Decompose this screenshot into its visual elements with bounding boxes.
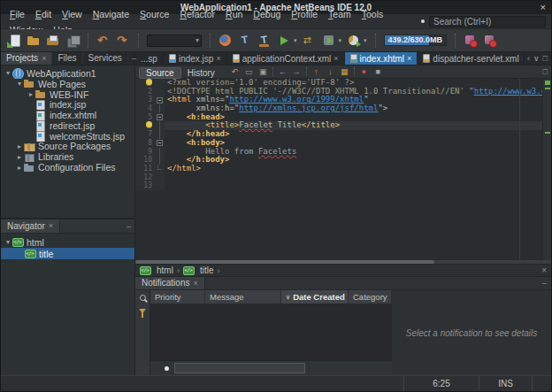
editor-tab-index-jsp[interactable]: index.jsp× <box>164 52 227 65</box>
tab-files[interactable]: Files <box>52 52 82 65</box>
fold-column[interactable] <box>155 139 165 148</box>
set-config-icon[interactable] <box>303 34 317 48</box>
fold-collapse-icon[interactable] <box>157 114 163 120</box>
menu-profile[interactable]: Profile <box>286 7 323 21</box>
caret-down-icon[interactable]: ▾ <box>4 69 12 77</box>
open-project-icon[interactable] <box>46 34 60 48</box>
menu-source[interactable]: Source <box>134 7 174 21</box>
column-header-category[interactable]: Category <box>349 290 392 304</box>
column-header-priority[interactable]: Priority <box>150 290 205 304</box>
dropdown-caret-icon[interactable]: ▾ <box>364 37 367 44</box>
hint-bulb-icon[interactable] <box>146 121 152 127</box>
navigator-item-html[interactable]: ▾html <box>1 236 134 248</box>
dropdown-caret-icon[interactable]: ▾ <box>294 37 297 44</box>
column-header-message[interactable]: Message <box>205 290 281 304</box>
tree-item-web-pages[interactable]: ▾Web Pages <box>1 79 134 89</box>
menu-view[interactable]: View <box>57 7 88 21</box>
breadcrumb-html[interactable]: html <box>140 265 173 275</box>
error-stripe[interactable] <box>542 79 551 260</box>
tree-item-welcomestruts-jsp[interactable]: welcomeStruts.jsp <box>1 131 134 142</box>
profile-icon[interactable] <box>347 34 361 48</box>
tree-item-libraries[interactable]: ▸Libraries <box>1 151 134 162</box>
fold-column[interactable] <box>155 113 165 122</box>
config-combobox[interactable] <box>147 35 202 47</box>
tree-item-index-xhtml[interactable]: index.xhtml <box>1 110 134 120</box>
view-history-button[interactable]: History <box>181 68 221 78</box>
code-line-13[interactable]: 13 <box>135 181 551 190</box>
editor-maximize-icon[interactable]: □ <box>543 67 548 76</box>
caret-right-icon[interactable]: ▸ <box>15 153 24 161</box>
breadcrumb-close-icon[interactable]: × <box>541 265 547 275</box>
tree-item-source-packages[interactable]: ▸Source Packages <box>1 142 134 152</box>
search-icon[interactable] <box>140 295 146 301</box>
caret-down-icon[interactable]: ▾ <box>4 238 12 246</box>
back-icon[interactable]: ← <box>277 66 288 78</box>
last-edit-icon[interactable]: ↶ <box>229 66 241 78</box>
notification-badge-icon[interactable] <box>464 34 478 48</box>
menu-edit[interactable]: Edit <box>30 7 57 21</box>
record-macro-icon[interactable]: ● <box>358 66 370 78</box>
redo-icon[interactable] <box>116 34 130 48</box>
menu-file[interactable]: File <box>4 7 30 21</box>
error-stripe-mark[interactable] <box>545 88 550 89</box>
caret-right-icon[interactable]: ▸ <box>27 90 35 98</box>
editor-tab-sp[interactable]: ...sp <box>135 52 164 65</box>
tab-list-icon[interactable]: ∨ <box>533 54 540 63</box>
code-line-11[interactable]: 11</html> <box>135 165 551 173</box>
run-icon[interactable] <box>277 34 291 48</box>
editor-tab-index-xhtml[interactable]: index.xhtml× <box>345 52 418 65</box>
menu-debug[interactable]: Debug <box>248 7 286 21</box>
close-icon[interactable]: × <box>334 55 338 63</box>
close-icon[interactable]: × <box>216 55 220 63</box>
minimize-icon[interactable]: ‒ <box>123 222 134 231</box>
maximize-window-icon[interactable]: □ <box>543 54 548 63</box>
new-project-icon[interactable] <box>27 34 41 48</box>
menu-team[interactable]: Team <box>323 7 356 21</box>
breadcrumb-title[interactable]: title <box>183 265 214 275</box>
code-editor[interactable]: <?xml version='1.0' encoding='UTF-8' ?>2… <box>135 79 551 260</box>
fold-column[interactable] <box>155 96 165 104</box>
stop-macro-icon[interactable]: ■ <box>372 66 384 78</box>
menu-tools[interactable]: Tools <box>356 7 389 21</box>
editor-tab-dispatcher-servlet-xml[interactable]: dispatcher-servlet.xml× <box>418 52 533 65</box>
tree-item-index-jsp[interactable]: index.jsp <box>1 99 134 110</box>
uncomment-icon[interactable]: ▣ <box>257 66 269 78</box>
tab-projects[interactable]: Projects× <box>1 52 52 65</box>
tab-navigator[interactable]: Navigator × <box>1 219 60 233</box>
tree-item-web-inf[interactable]: ▸WEB-INF <box>1 89 134 100</box>
search-input[interactable] <box>429 16 546 27</box>
insert-mode[interactable]: INS <box>479 376 532 391</box>
undo-icon[interactable] <box>96 34 111 48</box>
build-icon[interactable] <box>238 34 252 48</box>
comment-icon[interactable]: ▭ <box>243 66 255 78</box>
toggle-highlight-icon[interactable]: ▦ <box>339 66 350 78</box>
window-close-icon[interactable]: × <box>540 1 546 13</box>
caret-right-icon[interactable]: ▸ <box>15 142 24 150</box>
menu-refactor[interactable]: Refactor <box>174 7 220 21</box>
tree-item-webapplication1[interactable]: ▾WebApplication1 <box>1 68 134 79</box>
menu-navigate[interactable]: Navigate <box>88 7 134 21</box>
minimize-icon[interactable]: ‒ <box>538 279 551 288</box>
dropdown-caret-icon[interactable]: ▾ <box>339 37 342 44</box>
caret-down-icon[interactable]: ▾ <box>15 80 24 88</box>
close-icon[interactable]: × <box>49 222 53 230</box>
debug-icon[interactable] <box>322 34 336 48</box>
notification-badge-icon[interactable] <box>483 34 497 48</box>
code-line-12[interactable]: 12 <box>135 173 551 182</box>
filter-icon[interactable] <box>139 309 146 313</box>
next-occurrence-icon[interactable]: ↓ <box>325 66 336 78</box>
navigator-item-title[interactable]: title <box>1 248 134 259</box>
fold-collapse-icon[interactable] <box>157 140 163 146</box>
quick-search-input[interactable] <box>174 363 305 373</box>
caret-right-icon[interactable]: ▸ <box>15 164 24 172</box>
view-source-button[interactable]: Source <box>139 67 181 79</box>
tree-item-configuration-files[interactable]: ▸Configuration Files <box>1 162 134 173</box>
error-stripe-mark[interactable] <box>545 132 550 134</box>
close-icon[interactable]: × <box>193 280 197 288</box>
forward-icon[interactable]: → <box>291 66 303 78</box>
quick-search-icon[interactable] <box>165 366 169 371</box>
editor-tab-applicationcontext-xml[interactable]: applicationContext.xml× <box>227 52 345 65</box>
browser-icon[interactable] <box>218 34 233 48</box>
close-icon[interactable]: × <box>42 55 46 63</box>
tree-item-redirect-jsp[interactable]: redirect.jsp <box>1 120 134 131</box>
